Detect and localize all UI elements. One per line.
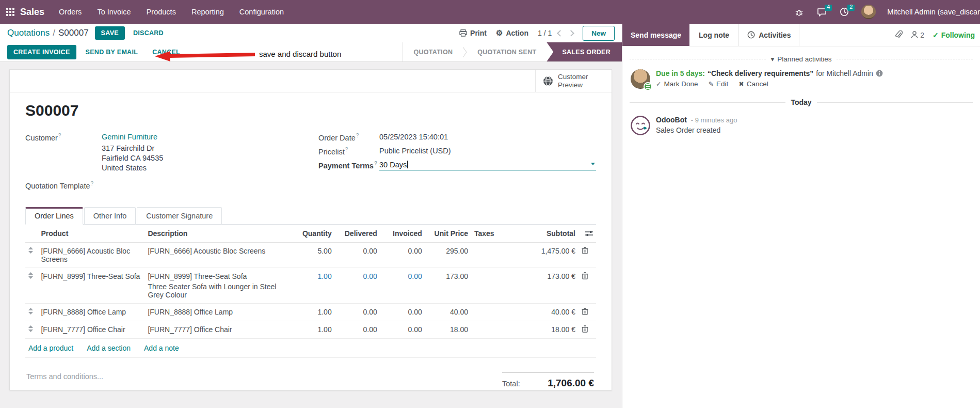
unit-price-column-header[interactable]: Unit Price: [425, 225, 471, 243]
pager-previous-icon[interactable]: [557, 30, 564, 37]
order-date-value[interactable]: 05/25/2023 15:40:01: [379, 133, 448, 142]
log-note-button[interactable]: Log note: [689, 24, 738, 46]
cell-product[interactable]: [FURN_6666] Acoustic Bloc Screens: [38, 242, 144, 268]
menu-configuration[interactable]: Configuration: [239, 8, 284, 16]
add-a-section-link[interactable]: Add a section: [87, 344, 131, 352]
message-author[interactable]: OdooBot: [656, 116, 687, 124]
info-icon[interactable]: [876, 70, 883, 77]
cancel-activity-button[interactable]: ✖Cancel: [738, 80, 768, 88]
planned-activities-toggle[interactable]: ▾ Planned activities: [771, 55, 832, 63]
quantity-column-header[interactable]: Quantity: [290, 225, 335, 243]
save-button[interactable]: SAVE: [95, 26, 125, 40]
user-avatar[interactable]: [861, 5, 876, 19]
state-quotation[interactable]: QUOTATION: [403, 42, 463, 61]
cell-quantity[interactable]: 1.00: [290, 321, 335, 338]
apps-grid-icon[interactable]: [6, 8, 15, 17]
menu-products[interactable]: Products: [147, 8, 176, 16]
cell-delivered[interactable]: 0.00: [335, 242, 380, 268]
pricelist-value[interactable]: Public Pricelist (USD): [379, 147, 451, 156]
edit-activity-button[interactable]: ✎Edit: [709, 80, 729, 88]
cell-product[interactable]: [FURN_8999] Three-Seat Sofa: [38, 268, 144, 303]
cell-product[interactable]: [FURN_8888] Office Lamp: [38, 303, 144, 321]
action-button[interactable]: ⚙ Action: [496, 28, 528, 38]
cell-quantity[interactable]: 1.00: [290, 303, 335, 321]
customer-preview-button[interactable]: Customer Preview: [535, 70, 612, 92]
invoiced-column-header[interactable]: Invoiced: [380, 225, 425, 243]
cell-invoiced[interactable]: 0.00: [380, 268, 425, 303]
cell-taxes[interactable]: [471, 242, 514, 268]
menu-orders[interactable]: Orders: [59, 8, 82, 16]
cell-quantity[interactable]: 5.00: [290, 242, 335, 268]
send-by-email-button[interactable]: SEND BY EMAIL: [81, 45, 143, 59]
drag-handle-icon[interactable]: [28, 272, 33, 279]
activity-avatar[interactable]: [631, 69, 650, 89]
drag-handle-icon[interactable]: [28, 247, 33, 254]
tab-customer-signature[interactable]: Customer Signature: [137, 207, 222, 225]
following-button[interactable]: ✓ Following: [933, 31, 975, 39]
cell-unit-price[interactable]: 40.00: [425, 303, 471, 321]
product-column-header[interactable]: Product: [38, 225, 144, 243]
taxes-column-header[interactable]: Taxes: [471, 225, 514, 243]
tab-order-lines[interactable]: Order Lines: [25, 207, 83, 225]
quotation-template-field[interactable]: Quotation Template?: [25, 181, 318, 190]
mark-done-button[interactable]: ✓Mark Done: [656, 80, 698, 88]
cell-delivered[interactable]: 0.00: [335, 321, 380, 338]
add-a-product-link[interactable]: Add a product: [28, 344, 73, 352]
state-quotation-sent[interactable]: QUOTATION SENT: [467, 42, 547, 61]
menu-reporting[interactable]: Reporting: [191, 8, 224, 16]
optional-columns-icon[interactable]: [585, 230, 593, 237]
cancel-button[interactable]: CANCEL: [147, 45, 185, 59]
cell-taxes[interactable]: [471, 268, 514, 303]
pager-next-icon[interactable]: [568, 30, 574, 37]
user-name[interactable]: Mitchell Admin (save_discar: [887, 8, 980, 16]
create-invoice-button[interactable]: CREATE INVOICE: [7, 45, 76, 59]
cell-quantity[interactable]: 1.00: [290, 268, 335, 303]
cell-unit-price[interactable]: 295.00: [425, 242, 471, 268]
discard-button[interactable]: DISCARD: [128, 26, 169, 40]
terms-and-conditions-field[interactable]: Terms and conditions...: [26, 372, 103, 381]
dropdown-caret-icon[interactable]: [591, 163, 595, 165]
subtotal-column-header[interactable]: Subtotal: [514, 225, 579, 243]
cell-description[interactable]: [FURN_6666] Acoustic Bloc Screens: [144, 242, 290, 268]
delete-row-icon[interactable]: [582, 247, 588, 254]
cell-invoiced[interactable]: 0.00: [380, 242, 425, 268]
payment-terms-input[interactable]: 30 Days: [379, 161, 596, 170]
state-sales-order[interactable]: SALES ORDER: [547, 42, 622, 61]
new-button[interactable]: New: [583, 26, 615, 41]
debug-bug-icon[interactable]: [793, 6, 805, 18]
add-a-note-link[interactable]: Add a note: [144, 344, 179, 352]
order-line-row[interactable]: [FURN_8888] Office Lamp [FURN_8888] Offi…: [25, 303, 596, 321]
tab-other-info[interactable]: Other Info: [84, 207, 136, 225]
description-column-header[interactable]: Description: [144, 225, 290, 243]
cell-description[interactable]: [FURN_7777] Office Chair: [144, 321, 290, 338]
order-line-row[interactable]: [FURN_7777] Office Chair [FURN_7777] Off…: [25, 321, 596, 338]
print-button[interactable]: Print: [459, 29, 487, 37]
cell-invoiced[interactable]: 0.00: [380, 303, 425, 321]
attachments-button[interactable]: [895, 30, 903, 39]
breadcrumb-quotations[interactable]: Quotations: [7, 28, 50, 38]
drag-handle-icon[interactable]: [28, 308, 33, 315]
cell-unit-price[interactable]: 18.00: [425, 321, 471, 338]
messages-icon[interactable]: 4: [816, 6, 827, 18]
send-message-button[interactable]: Send message: [622, 24, 689, 46]
cell-delivered[interactable]: 0.00: [335, 268, 380, 303]
cell-unit-price[interactable]: 173.00: [425, 268, 471, 303]
app-name[interactable]: Sales: [20, 7, 44, 18]
cell-invoiced[interactable]: 0.00: [380, 321, 425, 338]
cell-taxes[interactable]: [471, 321, 514, 338]
cell-description[interactable]: [FURN_8999] Three-Seat SofaThree Seater …: [144, 268, 290, 303]
delete-row-icon[interactable]: [582, 325, 588, 333]
cell-taxes[interactable]: [471, 303, 514, 321]
order-line-row[interactable]: [FURN_8999] Three-Seat Sofa [FURN_8999] …: [25, 268, 596, 303]
delivered-column-header[interactable]: Delivered: [335, 225, 380, 243]
activities-button[interactable]: Activities: [738, 24, 799, 46]
drag-handle-icon[interactable]: [28, 325, 33, 332]
cell-delivered[interactable]: 0.00: [335, 303, 380, 321]
customer-link[interactable]: Gemini Furniture: [102, 133, 163, 141]
activities-clock-icon[interactable]: 2: [839, 6, 850, 18]
odoobot-avatar[interactable]: [631, 116, 650, 135]
delete-row-icon[interactable]: [582, 272, 588, 279]
order-line-row[interactable]: [FURN_6666] Acoustic Bloc Screens [FURN_…: [25, 242, 596, 268]
delete-row-icon[interactable]: [582, 308, 588, 315]
cell-product[interactable]: [FURN_7777] Office Chair: [38, 321, 144, 338]
